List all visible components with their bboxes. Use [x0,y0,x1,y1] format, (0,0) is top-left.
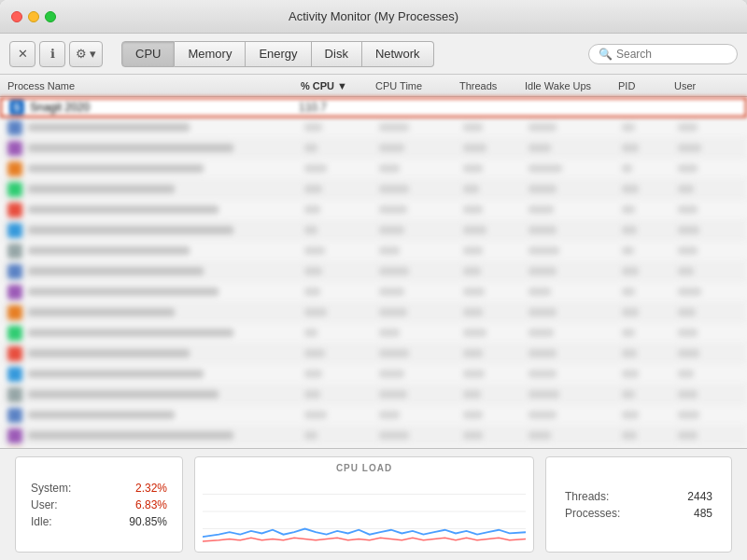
table-row[interactable] [0,179,747,200]
threads-stat-value: 2443 [687,490,712,503]
tab-energy[interactable]: Energy [246,41,311,67]
search-box[interactable]: 🔍 [588,44,738,64]
footer: System: 2.32% User: 6.83% Idle: 90.85% C… [0,448,747,560]
idle-stat-value: 90.85% [129,515,167,528]
close-button[interactable] [11,11,22,22]
blurred-process-list [0,118,747,448]
user-stat-row: User: 6.83% [31,498,167,511]
sort-arrow-icon: ▼ [337,80,347,91]
column-cpu[interactable]: % CPU ▼ [301,80,375,91]
threads-stat-label: Threads: [565,490,609,503]
column-threads[interactable]: Threads [459,80,525,91]
process-name-cell: S Snagit 2020 [9,100,299,115]
column-pid[interactable]: PID [618,80,674,91]
toolbar-left-buttons: ✕ ℹ ⚙ ▾ [9,41,103,67]
table-row[interactable] [0,261,747,282]
table-row[interactable] [0,364,747,385]
user-stat-label: User: [31,498,58,511]
tab-disk[interactable]: Disk [312,41,362,67]
close-icon[interactable]: ✕ [9,41,35,67]
column-idle-wake[interactable]: Idle Wake Ups [525,80,618,91]
activity-monitor-window: Activity Monitor (My Processes) ✕ ℹ ⚙ ▾ … [0,0,747,560]
table-row[interactable] [0,220,747,241]
toolbar: ✕ ℹ ⚙ ▾ CPU Memory Energy Disk Network 🔍 [0,34,747,75]
table-row[interactable] [0,138,747,159]
processes-stat-label: Processes: [565,507,620,520]
threads-processes-panel: Threads: 2443 Processes: 485 [545,456,732,553]
table-row[interactable] [0,302,747,323]
search-icon: 🔍 [599,48,613,61]
column-cpu-time[interactable]: CPU Time [375,80,459,91]
window-title: Activity Monitor (My Processes) [289,9,458,23]
table-row[interactable] [0,385,747,405]
cpu-load-panel: CPU LOAD [194,456,534,553]
process-name: Snagit 2020 [30,101,90,114]
traffic-lights [11,11,56,22]
cpu-value: 110.7 [299,101,374,114]
table-row[interactable] [0,343,747,364]
action-icon[interactable]: ⚙ ▾ [69,41,103,67]
minimize-button[interactable] [28,11,39,22]
titlebar: Activity Monitor (My Processes) [0,0,747,34]
cpu-load-title: CPU LOAD [336,463,392,473]
system-stat-value: 2.32% [135,482,167,495]
maximize-button[interactable] [45,11,56,22]
column-process[interactable]: Process Name [7,80,301,91]
table-row[interactable] [0,159,747,179]
cpu-load-chart [203,477,526,546]
table-row[interactable] [0,446,747,448]
processes-stat-row: Processes: 485 [565,507,712,520]
table-row[interactable] [0,118,747,138]
user-stat-value: 6.83% [135,498,167,511]
table-row[interactable] [0,241,747,261]
system-stat-row: System: 2.32% [31,482,167,495]
tab-group: CPU Memory Energy Disk Network [121,41,434,67]
search-input[interactable] [616,48,727,61]
system-stat-label: System: [31,482,71,495]
idle-stat-label: Idle: [31,515,52,528]
info-icon[interactable]: ℹ [39,41,65,67]
process-table: Process Name % CPU ▼ CPU Time Threads Id… [0,75,747,448]
idle-stat-row: Idle: 90.85% [31,515,167,528]
table-body[interactable]: S Snagit 2020 110.7 [0,97,747,448]
table-header: Process Name % CPU ▼ CPU Time Threads Id… [0,75,747,97]
highlighted-row[interactable]: S Snagit 2020 110.7 [0,97,747,118]
tab-network[interactable]: Network [362,41,434,67]
table-row[interactable] [0,200,747,220]
process-icon: S [9,100,24,115]
table-row[interactable] [0,405,747,426]
table-row[interactable] [0,323,747,343]
table-row[interactable] [0,426,747,446]
tab-memory[interactable]: Memory [175,41,246,67]
cpu-stats-panel: System: 2.32% User: 6.83% Idle: 90.85% [15,456,183,553]
threads-stat-row: Threads: 2443 [565,490,712,503]
column-user[interactable]: User [674,80,740,91]
table-row[interactable] [0,282,747,302]
processes-stat-value: 485 [694,507,712,520]
tab-cpu[interactable]: CPU [121,41,175,67]
